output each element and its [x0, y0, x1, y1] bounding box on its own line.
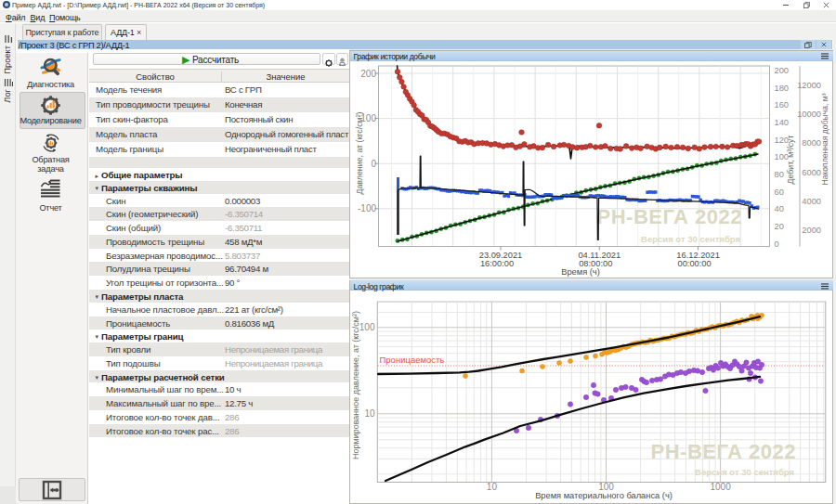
svg-text:РН-ВЕГА 2022: РН-ВЕГА 2022	[597, 205, 742, 228]
svg-text:00:00:00: 00:00:00	[677, 259, 711, 268]
svg-text:Версия от 30 сентября: Версия от 30 сентября	[641, 234, 740, 244]
svg-text:Версия от 30 сентября: Версия от 30 сентября	[695, 467, 794, 477]
svg-text:2000: 2000	[802, 226, 821, 235]
svg-text:160: 160	[775, 100, 790, 110]
svg-text:20: 20	[775, 222, 784, 231]
svg-text:12000: 12000	[797, 81, 821, 90]
svg-text:80: 80	[775, 170, 784, 179]
svg-text:100: 100	[359, 322, 375, 332]
svg-text:10000: 10000	[797, 110, 821, 119]
svg-text:6000: 6000	[802, 168, 821, 177]
svg-text:10: 10	[487, 482, 498, 492]
svg-text:Время материального баланса (ч: Время материального баланса (ч)	[535, 491, 673, 500]
svg-text:16.12.2021: 16.12.2021	[676, 251, 720, 260]
svg-text:0: 0	[775, 239, 779, 249]
svg-text:40: 40	[775, 204, 784, 213]
svg-text:16:00:00: 16:00:00	[480, 259, 514, 268]
svg-text:140: 140	[775, 118, 790, 127]
svg-text:-100: -100	[358, 203, 376, 213]
svg-text:Накопленная добыча, м³: Накопленная добыча, м³	[820, 93, 829, 185]
svg-text:РН-ВЕГА 2022: РН-ВЕГА 2022	[651, 440, 796, 463]
svg-text:Давление, ат (кгс/см²): Давление, ат (кгс/см²)	[355, 111, 364, 194]
svg-text:Время (ч): Время (ч)	[561, 267, 600, 277]
svg-text:200: 200	[360, 69, 376, 79]
svg-text:Дебит, м³/сут: Дебит, м³/сут	[786, 136, 795, 185]
svg-text:180: 180	[775, 84, 790, 93]
svg-text:Нормированное давление, ат (кг: Нормированное давление, ат (кгс/см²)	[351, 311, 360, 459]
svg-text:1000: 1000	[710, 482, 731, 492]
svg-text:0: 0	[371, 159, 376, 169]
svg-text:200: 200	[775, 66, 790, 75]
svg-text:04.11.2021: 04.11.2021	[578, 251, 620, 260]
svg-text:10: 10	[364, 408, 375, 419]
svg-text:Проницаемость: Проницаемость	[380, 355, 445, 365]
svg-text:8000: 8000	[802, 138, 821, 148]
svg-text:23.09.2021: 23.09.2021	[479, 251, 523, 260]
svg-text:60: 60	[775, 187, 784, 197]
svg-text:4000: 4000	[802, 197, 821, 206]
